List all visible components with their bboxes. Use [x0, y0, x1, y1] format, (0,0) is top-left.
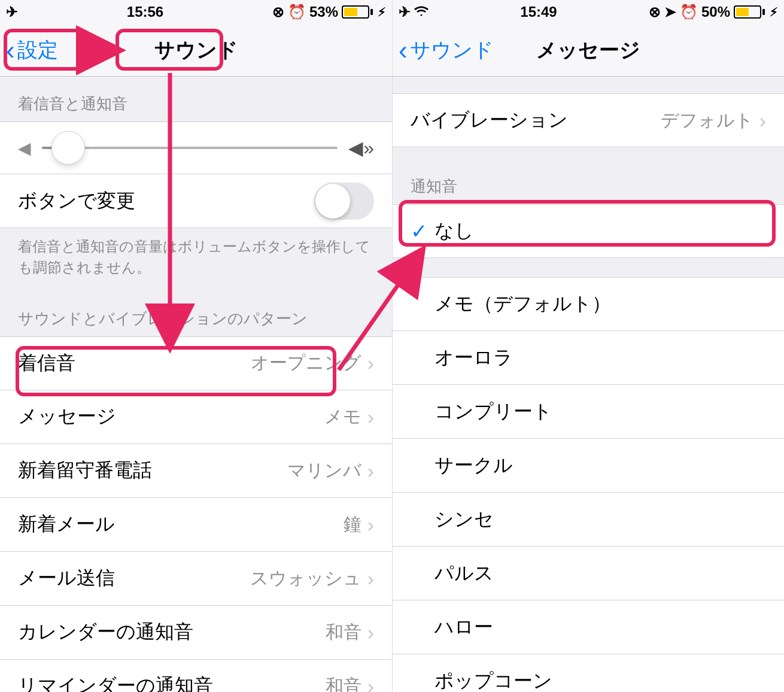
section-header-ringer: 着信音と通知音 — [0, 77, 392, 122]
location-icon: ➤ — [664, 4, 676, 20]
airplane-mode-icon: ✈︎ — [6, 4, 18, 20]
tone-label: シンセ — [434, 506, 766, 533]
cell-label: メッセージ — [18, 403, 324, 430]
cell-label: メール送信 — [18, 565, 250, 591]
tone-row-hello[interactable]: ハロー — [393, 600, 784, 654]
page-title: サウンド — [154, 37, 238, 64]
checkmark-icon: ✓ — [411, 219, 434, 243]
cell-value: スウォッシュ — [250, 566, 361, 591]
chevron-right-icon: › — [759, 109, 766, 132]
battery-icon — [342, 5, 373, 19]
chevron-left-icon: ‹ — [6, 35, 15, 65]
tone-row-popcorn[interactable]: ポップコーン — [393, 654, 784, 692]
section-header-tone: 通知音 — [393, 147, 784, 204]
status-bar: ✈︎ 15:49 ⊗ ➤ ⏰ 50% ⚡︎ — [393, 0, 784, 24]
section-footer-note: 着信音と通知音の音量はボリュームボタンを操作しても調節されません。 — [0, 228, 392, 284]
page-title: メッセージ — [536, 37, 640, 64]
airplane-mode-icon: ✈︎ — [399, 4, 411, 20]
tone-row-synth[interactable]: シンセ — [393, 493, 784, 547]
cell-label: 新着メール — [18, 511, 344, 538]
tone-label: パルス — [434, 560, 766, 587]
status-time: 15:49 — [520, 4, 557, 20]
tone-label: コンプリート — [434, 399, 766, 425]
section-header-patterns: サウンドとバイブレーションのパターン — [0, 284, 392, 336]
tone-label: ハロー — [434, 614, 766, 641]
back-label: サウンド — [410, 37, 494, 64]
chevron-right-icon: › — [367, 405, 374, 429]
nav-bar: ‹ 設定 サウンド — [0, 24, 392, 77]
slider-thumb[interactable] — [51, 131, 85, 165]
nav-bar: ‹ サウンド メッセージ — [393, 24, 784, 77]
chevron-right-icon: › — [367, 351, 374, 375]
volume-high-icon: ◀» — [348, 136, 374, 159]
cell-label: 新着留守番電話 — [18, 457, 287, 484]
volume-slider-row: ◀ ◀» — [0, 122, 392, 174]
cell-label: リマインダーの通知音 — [18, 673, 326, 692]
row-voicemail[interactable]: 新着留守番電話 マリンバ › — [0, 444, 392, 498]
alarm-icon: ⏰ — [288, 4, 306, 20]
tone-row-default[interactable]: メモ（デフォルト） — [393, 277, 784, 331]
chevron-right-icon: › — [367, 513, 374, 536]
cell-label: 着信音 — [18, 350, 251, 377]
battery-percent: 53% — [309, 4, 338, 20]
chevron-right-icon: › — [367, 675, 374, 692]
tone-label: ポップコーン — [434, 668, 766, 693]
tone-label: オーロラ — [434, 345, 766, 371]
tone-row-complete[interactable]: コンプリート — [393, 385, 784, 439]
tone-row-pulse[interactable]: パルス — [393, 547, 784, 600]
row-calendar[interactable]: カレンダーの通知音 和音 › — [0, 606, 392, 660]
tone-row-none[interactable]: ✓なし — [393, 204, 784, 258]
row-message[interactable]: メッセージ メモ › — [0, 390, 392, 444]
tone-row-circle[interactable]: サークル — [393, 439, 784, 493]
row-reminder[interactable]: リマインダーの通知音 和音 › — [0, 660, 392, 692]
screen-sounds: ✈︎ 15:56 ⊗ ⏰ 53% ⚡︎ ‹ 設定 サウンド 着信音と通知音 ◀ … — [0, 0, 392, 692]
cell-value: オープニング — [251, 351, 361, 375]
row-mail-sent[interactable]: メール送信 スウォッシュ › — [0, 552, 392, 606]
back-label: 設定 — [17, 37, 58, 64]
cell-value: 和音 — [326, 620, 361, 645]
chevron-right-icon: › — [367, 459, 374, 482]
tone-label: メモ（デフォルト） — [434, 291, 766, 317]
wifi-icon — [414, 4, 429, 20]
back-button[interactable]: ‹ 設定 — [6, 35, 58, 65]
screen-message-tone: ✈︎ 15:49 ⊗ ➤ ⏰ 50% ⚡︎ ‹ サウンド メッセージ バイブレー… — [392, 0, 784, 692]
cell-value: デフォルト — [661, 108, 753, 133]
battery-percent: 50% — [701, 4, 730, 20]
toggle-change-with-buttons[interactable] — [314, 183, 374, 220]
tone-label: なし — [434, 218, 766, 244]
cell-value: 和音 — [326, 674, 361, 692]
row-vibration[interactable]: バイブレーション デフォルト › — [393, 93, 784, 147]
tone-list: ✓なしメモ（デフォルト）オーロラコンプリートサークルシンセパルスハローポップコー… — [393, 204, 784, 692]
cell-label: ボタンで変更 — [18, 188, 314, 214]
cell-value: マリンバ — [287, 459, 361, 483]
cell-value: 鐘 — [344, 512, 361, 537]
volume-low-icon: ◀ — [18, 138, 31, 158]
cell-label: バイブレーション — [411, 107, 661, 133]
chevron-right-icon: › — [367, 621, 374, 644]
orientation-lock-icon: ⊗ — [272, 4, 284, 20]
status-time: 15:56 — [127, 4, 163, 20]
battery-icon — [734, 5, 765, 19]
change-with-buttons-row: ボタンで変更 — [0, 174, 392, 228]
charging-icon: ⚡︎ — [770, 5, 778, 19]
orientation-lock-icon: ⊗ — [649, 4, 661, 20]
alarm-icon: ⏰ — [680, 4, 698, 20]
row-mail[interactable]: 新着メール 鐘 › — [0, 498, 392, 552]
status-bar: ✈︎ 15:56 ⊗ ⏰ 53% ⚡︎ — [0, 0, 392, 24]
tone-label: サークル — [434, 453, 766, 479]
tone-row-aurora[interactable]: オーロラ — [393, 331, 784, 385]
back-button[interactable]: ‹ サウンド — [399, 35, 494, 65]
cell-label: カレンダーの通知音 — [18, 619, 326, 645]
cell-value: メモ — [324, 405, 361, 429]
volume-slider[interactable] — [42, 147, 338, 149]
charging-icon: ⚡︎ — [378, 5, 386, 19]
row-ringtone[interactable]: 着信音 オープニング › — [0, 336, 392, 390]
chevron-right-icon: › — [367, 567, 374, 590]
group-gap — [393, 258, 784, 277]
chevron-left-icon: ‹ — [399, 35, 408, 65]
